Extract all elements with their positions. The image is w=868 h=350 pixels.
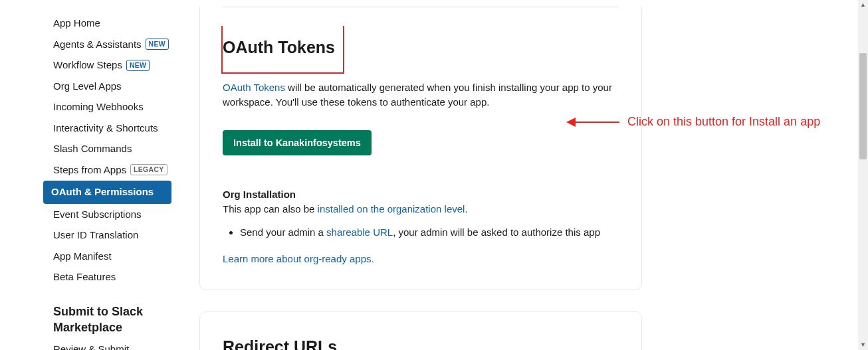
learn-more-link[interactable]: Learn more about org-ready apps. (223, 252, 619, 267)
sidebar-item-label: Agents & Assistants (53, 37, 142, 52)
org-installation-heading: Org Installation (223, 187, 619, 203)
main-content: OAuth Tokens OAuth Tokens will be automa… (199, 0, 868, 350)
marketplace-header: Submit to Slack Marketplace (47, 300, 199, 340)
shareable-url-link[interactable]: shareable URL (326, 226, 393, 238)
badge-new: NEW (126, 60, 150, 71)
redirect-urls-card: Redirect URLs (199, 311, 642, 351)
sidebar-item-app-manifest[interactable]: App Manifest (47, 246, 199, 267)
sidebar-item-label: Incoming Webhooks (53, 100, 144, 115)
sidebar-item-label: Event Subscriptions (53, 207, 142, 222)
badge-new: NEW (146, 39, 169, 50)
sidebar-item-label: App Home (53, 16, 100, 31)
sidebar-item-agents-assistants[interactable]: Agents & AssistantsNEW (47, 35, 199, 55)
sidebar-item-app-home[interactable]: App Home (47, 13, 199, 34)
sidebar-item-steps-from-apps[interactable]: Steps from AppsLEGACY (47, 160, 199, 181)
sidebar-item-label: User ID Translation (53, 228, 138, 243)
sidebar-item-beta-features[interactable]: Beta Features (47, 267, 199, 288)
sidebar-item-slash-commands[interactable]: Slash Commands (47, 139, 199, 159)
oauth-description: OAuth Tokens will be automatically gener… (223, 80, 619, 110)
sidebar-item-label: Review & Submit (53, 342, 129, 350)
annotation-text: Click on this button for Install an app (627, 113, 820, 131)
org-install-bullets: Send your admin a shareable URL, your ad… (240, 225, 619, 240)
sidebar-item-interactivity-shortcuts[interactable]: Interactivity & Shortcuts (47, 118, 199, 139)
sidebar-item-label: Org Level Apps (53, 79, 122, 94)
sidebar-item-incoming-webhooks[interactable]: Incoming Webhooks (47, 97, 199, 118)
list-item: Send your admin a shareable URL, your ad… (240, 225, 619, 240)
oauth-tokens-card: OAuth Tokens OAuth Tokens will be automa… (199, 7, 642, 290)
oauth-tokens-link[interactable]: OAuth Tokens (223, 82, 285, 93)
sidebar-item-label: App Manifest (53, 249, 112, 264)
sidebar-item-label: OAuth & Permissions (51, 185, 154, 200)
sidebar-item-review-submit[interactable]: Review & Submit (47, 339, 199, 350)
sidebar-item-label: Workflow Steps (53, 58, 122, 73)
sidebar-item-event-subscriptions[interactable]: Event Subscriptions (47, 205, 199, 225)
sidebar-item-label: Beta Features (53, 270, 116, 285)
sidebar-item-label: Steps from Apps (53, 163, 126, 178)
sidebar: App Home Agents & AssistantsNEW Workflow… (0, 0, 199, 350)
badge-legacy: LEGACY (130, 164, 167, 175)
install-button[interactable]: Install to Kanakinfosystems (223, 130, 372, 155)
oauth-heading-highlight: OAuth Tokens (221, 26, 344, 74)
sidebar-item-label: Slash Commands (53, 141, 132, 157)
divider (223, 7, 619, 7)
sidebar-item-workflow-steps[interactable]: Workflow StepsNEW (47, 55, 199, 76)
scrollbar-thumb[interactable] (859, 53, 867, 159)
sidebar-item-user-id-translation[interactable]: User ID Translation (47, 225, 199, 246)
org-level-install-link[interactable]: installed on the organization level (318, 203, 465, 215)
vertical-scrollbar[interactable]: ▲ ▼ (858, 0, 868, 350)
sidebar-item-oauth-permissions[interactable]: OAuth & Permissions (43, 181, 171, 204)
sidebar-item-org-level-apps[interactable]: Org Level Apps (47, 76, 199, 97)
sidebar-item-label: Interactivity & Shortcuts (53, 121, 158, 136)
scroll-down-icon[interactable]: ▼ (858, 340, 868, 350)
oauth-tokens-heading: OAuth Tokens (223, 35, 335, 60)
redirect-urls-heading: Redirect URLs (223, 335, 619, 351)
org-installation-text: This app can also be installed on the or… (223, 202, 619, 217)
scroll-up-icon[interactable]: ▲ (858, 0, 868, 10)
